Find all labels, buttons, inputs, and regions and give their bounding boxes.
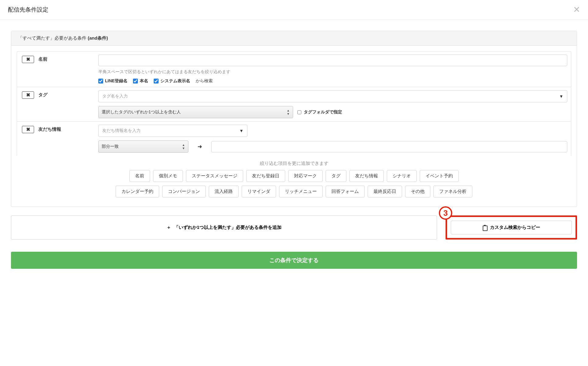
- select-caret-icon: ▲▼: [182, 143, 185, 150]
- annotation-badge: 3: [439, 206, 452, 220]
- copy-button-highlight: カスタム検索からコピー: [446, 215, 577, 240]
- cb-real[interactable]: [133, 79, 138, 84]
- remove-tag-button[interactable]: ✖: [22, 91, 34, 99]
- filter-btn-mark[interactable]: 対応マーク: [288, 170, 323, 182]
- filter-btn-calendar[interactable]: カレンダー予約: [116, 186, 159, 197]
- tag-folder-label[interactable]: タグフォルダで指定: [297, 109, 342, 115]
- add-or-condition-button[interactable]: ＋ 「いずれか1つ以上を満たす」必要がある条件を追加: [11, 215, 437, 240]
- filter-btn-friendinfo[interactable]: 友だち情報: [349, 170, 384, 182]
- condition-label-cell: ✖ タグ: [17, 87, 95, 121]
- friend-value-cell: 友だち情報名を入力 ▼ 部分一致 ▲▼ ➜: [95, 122, 571, 156]
- filter-btn-event[interactable]: イベント予約: [420, 170, 459, 182]
- confirm-wrap: この条件で決定する: [0, 246, 588, 275]
- name-checkbox-row: LINE登録名 本名 システム表示名 から検索: [98, 78, 567, 84]
- modal-header: 配信先条件設定 ✕: [0, 0, 588, 20]
- filter-btn-scenario[interactable]: シナリオ: [387, 170, 417, 182]
- friend-info-input[interactable]: 友だち情報名を入力 ▼: [98, 125, 247, 137]
- modal-body: 「すべて満たす」必要がある条件 (and条件) ✖ 名前 半角スペースで区切ると…: [0, 20, 588, 246]
- chevron-down-icon: ▼: [559, 94, 563, 99]
- condition-row-name: ✖ 名前 半角スペースで区切るといずれかにあてはまる友だちを絞り込めます LIN…: [17, 51, 571, 87]
- condition-label-cell: ✖ 友だち情報: [17, 122, 95, 156]
- panel-header: 「すべて満たす」必要がある条件 (and条件): [11, 31, 577, 46]
- add-filter-hint: 絞り込む項目を更に追加できます: [17, 161, 571, 166]
- copy-from-custom-button[interactable]: カスタム検索からコピー: [451, 221, 572, 234]
- name-value-cell: 半角スペースで区切るといずれかにあてはまる友だちを絞り込めます LINE登録名 …: [95, 52, 571, 87]
- cb-real-label[interactable]: 本名: [133, 78, 148, 84]
- filter-btn-conversion[interactable]: コンバージョン: [162, 186, 206, 197]
- cb-line-label[interactable]: LINE登録名: [98, 78, 128, 84]
- and-condition-panel: 「すべて満たす」必要がある条件 (and条件) ✖ 名前 半角スペースで区切ると…: [11, 31, 577, 207]
- name-hint: 半角スペースで区切るといずれかにあてはまる友だちを絞り込めます: [98, 69, 567, 75]
- arrow-right-icon: ➜: [198, 143, 202, 150]
- search-from-label: から検索: [196, 78, 213, 84]
- friend-info-second: 部分一致 ▲▼ ➜: [98, 140, 567, 153]
- filter-buttons-row2: カレンダー予約 コンバージョン 流入経路 リマインダ リッチメニュー 回答フォー…: [17, 186, 571, 197]
- friend-value-input[interactable]: [211, 141, 567, 152]
- condition-row-friend: ✖ 友だち情報 友だち情報名を入力 ▼ 部分一致 ▲▼ ➜: [17, 121, 571, 156]
- panel-header-strong: (and条件): [88, 35, 108, 41]
- condition-label-tag: タグ: [38, 91, 47, 98]
- tag-placeholder: タグ名を入力: [102, 94, 559, 99]
- friend-match-select[interactable]: 部分一致 ▲▼: [98, 140, 188, 153]
- filter-btn-lastreact[interactable]: 最終反応日: [368, 186, 402, 197]
- cb-line[interactable]: [98, 79, 103, 84]
- tag-mode-select[interactable]: 選択したタグのいずれか1つ以上を含む人 ▲▼: [98, 106, 293, 118]
- confirm-button[interactable]: この条件で決定する: [11, 252, 577, 269]
- modal-title: 配信先条件設定: [8, 6, 48, 14]
- filter-btn-status[interactable]: ステータスメッセージ: [186, 170, 243, 182]
- select-caret-icon: ▲▼: [287, 109, 290, 115]
- friend-placeholder: 友だち情報名を入力: [102, 128, 239, 133]
- filter-btn-richmenu[interactable]: リッチメニュー: [279, 186, 323, 197]
- cb-system[interactable]: [154, 79, 159, 84]
- panel-header-text: 「すべて満たす」必要がある条件: [18, 35, 88, 41]
- remove-name-button[interactable]: ✖: [22, 56, 34, 63]
- filter-btn-reminder[interactable]: リマインダ: [242, 186, 276, 197]
- remove-friend-button[interactable]: ✖: [22, 126, 34, 133]
- panel-body: ✖ 名前 半角スペースで区切るといずれかにあてはまる友だちを絞り込めます LIN…: [11, 46, 577, 207]
- bottom-actions: ＋ 「いずれか1つ以上を満たす」必要がある条件を追加 カスタム検索からコピー: [11, 215, 577, 240]
- condition-label-name: 名前: [38, 56, 47, 62]
- plus-icon: ＋: [166, 225, 171, 230]
- annotation-wrap: 3 ＋ 「いずれか1つ以上を満たす」必要がある条件を追加 カスタム検索からコピー: [11, 215, 577, 240]
- filter-btn-regdate[interactable]: 友だち登録日: [246, 170, 285, 182]
- filter-btn-funnel[interactable]: ファネル分析: [433, 186, 472, 197]
- tag-second-row: 選択したタグのいずれか1つ以上を含む人 ▲▼ タグフォルダで指定: [98, 106, 567, 118]
- cb-tag-folder[interactable]: [297, 110, 301, 114]
- filter-btn-memo[interactable]: 個別メモ: [153, 170, 183, 182]
- chevron-down-icon: ▼: [239, 128, 243, 133]
- paste-icon: [483, 225, 487, 230]
- tag-value-cell: タグ名を入力 ▼ 選択したタグのいずれか1つ以上を含む人 ▲▼ タグフォルダで指…: [95, 87, 571, 121]
- name-input[interactable]: [98, 55, 567, 66]
- filter-btn-inflow[interactable]: 流入経路: [209, 186, 239, 197]
- filter-btn-form[interactable]: 回答フォーム: [326, 186, 365, 197]
- condition-label-friend: 友だち情報: [38, 126, 61, 132]
- cb-system-label[interactable]: システム表示名: [154, 78, 190, 84]
- close-icon[interactable]: ✕: [573, 5, 580, 14]
- condition-label-cell: ✖ 名前: [17, 52, 95, 87]
- filter-btn-tag[interactable]: タグ: [326, 170, 346, 182]
- tag-input[interactable]: タグ名を入力 ▼: [98, 90, 567, 102]
- condition-row-tag: ✖ タグ タグ名を入力 ▼ 選択したタグのいずれか1つ以上を含む人 ▲▼: [17, 87, 571, 121]
- filter-buttons-row1: 名前 個別メモ ステータスメッセージ 友だち登録日 対応マーク タグ 友だち情報…: [17, 170, 571, 182]
- filter-btn-other[interactable]: その他: [405, 186, 430, 197]
- filter-btn-name[interactable]: 名前: [129, 170, 150, 182]
